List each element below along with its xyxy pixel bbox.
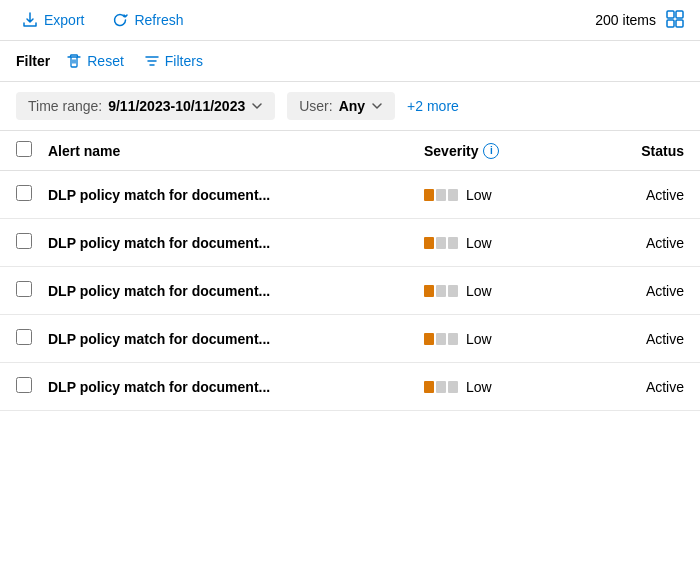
severity-bars (424, 189, 458, 201)
status-cell: Active (604, 283, 684, 299)
toolbar-right: 200 items (595, 10, 684, 31)
row-checkbox-3[interactable] (16, 329, 32, 345)
refresh-icon (112, 12, 128, 28)
row-checkbox-col (16, 281, 48, 300)
time-range-value: 9/11/2023-10/11/2023 (108, 98, 245, 114)
row-checkbox-col (16, 329, 48, 348)
user-chevron-icon (371, 100, 383, 112)
table-row[interactable]: DLP policy match for document... Low Act… (0, 267, 700, 315)
row-checkbox-4[interactable] (16, 377, 32, 393)
more-filters-link[interactable]: +2 more (407, 98, 459, 114)
export-icon (22, 12, 38, 28)
severity-bars (424, 333, 458, 345)
severity-bar (436, 237, 446, 249)
export-button[interactable]: Export (16, 8, 90, 32)
table-row[interactable]: DLP policy match for document... Low Act… (0, 219, 700, 267)
severity-text: Low (466, 331, 492, 347)
user-value: Any (339, 98, 365, 114)
row-checkbox-col (16, 233, 48, 252)
toolbar-left: Export Refresh (16, 8, 579, 32)
severity-cell: Low (424, 379, 604, 395)
time-range-chevron-icon (251, 100, 263, 112)
dropdowns-row: Time range: 9/11/2023-10/11/2023 User: A… (0, 82, 700, 131)
severity-cell: Low (424, 283, 604, 299)
user-dropdown[interactable]: User: Any (287, 92, 395, 120)
column-options-icon[interactable] (666, 10, 684, 31)
severity-cell: Low (424, 331, 604, 347)
severity-bar (424, 189, 434, 201)
severity-bars (424, 285, 458, 297)
severity-text: Low (466, 235, 492, 251)
severity-bar (424, 381, 434, 393)
severity-bar (436, 333, 446, 345)
table-header: Alert name Severity i Status (0, 131, 700, 171)
export-label: Export (44, 12, 84, 28)
severity-bar (448, 189, 458, 201)
alert-name-header: Alert name (48, 143, 424, 159)
reset-button[interactable]: Reset (62, 51, 128, 71)
filters-label: Filters (165, 53, 203, 69)
severity-header: Severity i (424, 143, 604, 159)
severity-bar (448, 333, 458, 345)
severity-info-icon[interactable]: i (483, 143, 499, 159)
svg-rect-2 (667, 20, 674, 27)
severity-bar (436, 285, 446, 297)
refresh-label: Refresh (134, 12, 183, 28)
user-label: User: (299, 98, 332, 114)
filters-button[interactable]: Filters (140, 51, 207, 71)
severity-bars (424, 237, 458, 249)
severity-bar (424, 333, 434, 345)
severity-bar (424, 237, 434, 249)
alerts-table: DLP policy match for document... Low Act… (0, 171, 700, 411)
severity-text: Low (466, 187, 492, 203)
status-cell: Active (604, 331, 684, 347)
severity-cell: Low (424, 187, 604, 203)
severity-bar (448, 285, 458, 297)
items-count: 200 items (595, 12, 656, 28)
row-checkbox-0[interactable] (16, 185, 32, 201)
alert-name-cell: DLP policy match for document... (48, 187, 424, 203)
alert-name-cell: DLP policy match for document... (48, 235, 424, 251)
severity-text: Low (466, 379, 492, 395)
status-cell: Active (604, 187, 684, 203)
severity-bars (424, 381, 458, 393)
severity-bar (424, 285, 434, 297)
svg-rect-1 (676, 11, 683, 18)
filter-label: Filter (16, 53, 50, 69)
time-range-dropdown[interactable]: Time range: 9/11/2023-10/11/2023 (16, 92, 275, 120)
status-header: Status (604, 143, 684, 159)
row-checkbox-col (16, 377, 48, 396)
refresh-button[interactable]: Refresh (106, 8, 189, 32)
severity-bar (448, 237, 458, 249)
alert-name-cell: DLP policy match for document... (48, 379, 424, 395)
table-row[interactable]: DLP policy match for document... Low Act… (0, 171, 700, 219)
svg-rect-0 (667, 11, 674, 18)
row-checkbox-col (16, 185, 48, 204)
row-checkbox-1[interactable] (16, 233, 32, 249)
table-row[interactable]: DLP policy match for document... Low Act… (0, 315, 700, 363)
table-row[interactable]: DLP policy match for document... Low Act… (0, 363, 700, 411)
filter-bar: Filter Reset Filters (0, 41, 700, 82)
svg-rect-3 (676, 20, 683, 27)
severity-bar (436, 381, 446, 393)
time-range-label: Time range: (28, 98, 102, 114)
header-checkbox-col (16, 141, 48, 160)
reset-label: Reset (87, 53, 124, 69)
status-cell: Active (604, 379, 684, 395)
status-cell: Active (604, 235, 684, 251)
select-all-checkbox[interactable] (16, 141, 32, 157)
filters-icon (144, 53, 160, 69)
severity-bar (436, 189, 446, 201)
alert-name-cell: DLP policy match for document... (48, 283, 424, 299)
severity-text: Low (466, 283, 492, 299)
severity-bar (448, 381, 458, 393)
alert-name-cell: DLP policy match for document... (48, 331, 424, 347)
row-checkbox-2[interactable] (16, 281, 32, 297)
severity-cell: Low (424, 235, 604, 251)
reset-icon (66, 53, 82, 69)
toolbar: Export Refresh 200 items (0, 0, 700, 41)
